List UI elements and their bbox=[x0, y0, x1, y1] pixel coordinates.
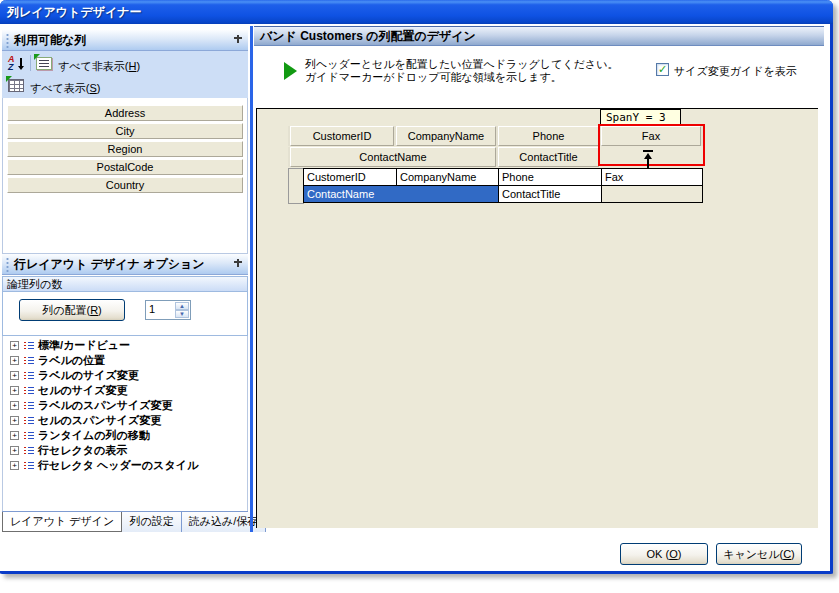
expand-plus-icon[interactable]: + bbox=[10, 356, 19, 365]
size-guide-checkbox[interactable]: ✓ bbox=[656, 63, 669, 76]
expand-plus-icon[interactable]: + bbox=[10, 371, 19, 380]
expand-plus-icon[interactable]: + bbox=[10, 461, 19, 470]
cancel-label-end: ) bbox=[791, 548, 795, 560]
tree-item-label: 標準/カードビュー bbox=[38, 338, 130, 353]
header-cell-phone[interactable]: Phone bbox=[498, 126, 599, 146]
tree-item[interactable]: + ラベルの位置 bbox=[10, 353, 247, 368]
tree-item[interactable]: + セルのスパンサイズ変更 bbox=[10, 413, 247, 428]
tree-list-icon bbox=[23, 386, 34, 396]
sort-arrow bbox=[20, 58, 22, 67]
hide-all-label: すべて非表示( bbox=[58, 60, 128, 72]
cell-empty[interactable] bbox=[601, 185, 703, 203]
dialog-window: 列レイアウトデザイナー 利用可能な列 A Z すべて非表示(H) すべて表示(S… bbox=[0, 0, 833, 574]
tree-item-label: ランタイムの列の移動 bbox=[38, 428, 150, 443]
ok-button[interactable]: OK (O) bbox=[620, 543, 708, 565]
cell-companyname[interactable]: CompanyName bbox=[396, 168, 499, 186]
row-selector[interactable] bbox=[288, 168, 304, 204]
cell-fax[interactable]: Fax bbox=[601, 168, 703, 186]
hide-all-label-end: ) bbox=[136, 60, 140, 72]
spinner-down-button[interactable]: ▼ bbox=[175, 310, 189, 318]
row-layout-options-title: 行レイアウト デザイナ オプション bbox=[14, 257, 205, 271]
spinner-up-button[interactable]: ▲ bbox=[175, 302, 189, 310]
cell-contacttitle[interactable]: ContactTitle bbox=[498, 185, 602, 203]
cancel-mnemonic: C bbox=[783, 548, 791, 560]
columns-toolbar: A Z すべて非表示(H) すべて表示(S) bbox=[2, 51, 248, 98]
ok-label-end: ) bbox=[678, 548, 682, 560]
tree-item[interactable]: + ラベルのサイズ変更 bbox=[10, 368, 247, 383]
tree-item-label: ラベルのスパンサイズ変更 bbox=[38, 398, 173, 413]
logical-columns-label: 論理列の数 bbox=[7, 278, 62, 290]
cell-customerid[interactable]: CustomerID bbox=[303, 168, 397, 186]
tree-item[interactable]: + セルのサイズ変更 bbox=[10, 383, 247, 398]
show-all-mnemonic: S bbox=[89, 82, 96, 94]
hide-all-icon[interactable] bbox=[36, 57, 52, 70]
options-tree: + 標準/カードビュー + ラベルの位置 + ラベルのサイズ変更 + セルのサイ… bbox=[2, 336, 248, 511]
available-column-item[interactable]: City bbox=[7, 123, 243, 139]
tree-item-label: セルのスパンサイズ変更 bbox=[38, 413, 161, 428]
expand-plus-icon[interactable]: + bbox=[10, 401, 19, 410]
expand-plus-icon[interactable]: + bbox=[10, 341, 19, 350]
expand-plus-icon[interactable]: + bbox=[10, 431, 19, 440]
arrange-label: 列の配置( bbox=[42, 304, 90, 316]
tree-list-icon bbox=[23, 341, 34, 351]
tree-list-icon bbox=[23, 356, 34, 366]
green-arrow-nub bbox=[6, 76, 12, 82]
instruction-line-2: ガイドマーカーがドロップ可能な領域を示します。 bbox=[305, 70, 562, 85]
logical-columns-spinner[interactable]: 1 ▲ ▼ bbox=[145, 300, 191, 320]
tree-item[interactable]: + 行セレクタ ヘッダーのスタイル bbox=[10, 458, 247, 473]
tab-layout-design[interactable]: レイアウト デザイン bbox=[2, 512, 122, 532]
header-cell-contactname[interactable]: ContactName bbox=[290, 147, 496, 167]
title-bar[interactable]: 列レイアウトデザイナー bbox=[0, 0, 833, 24]
cell-contactname-selected[interactable]: ContactName bbox=[303, 185, 499, 203]
tree-list-icon bbox=[23, 431, 34, 441]
size-guide-checkbox-label[interactable]: サイズ変更ガイドを表示 bbox=[674, 64, 797, 79]
sort-az-icon[interactable]: A Z bbox=[8, 56, 26, 72]
pin-icon[interactable] bbox=[233, 35, 242, 46]
tree-item[interactable]: + ラベルのスパンサイズ変更 bbox=[10, 398, 247, 413]
ok-label: OK ( bbox=[647, 548, 670, 560]
cell-phone[interactable]: Phone bbox=[498, 168, 602, 186]
green-arrow-nub bbox=[34, 54, 40, 60]
logical-columns-group-header: 論理列の数 bbox=[2, 276, 248, 292]
arrange-label-end: ) bbox=[98, 304, 102, 316]
available-columns-list: Address City Region PostalCode Country bbox=[2, 98, 248, 254]
left-panel-tab-strip: レイアウト デザイン 列の設定 読み込み/保存 bbox=[2, 511, 248, 532]
tree-list-icon bbox=[23, 371, 34, 381]
green-arrow-icon bbox=[284, 62, 297, 80]
tab-column-settings[interactable]: 列の設定 bbox=[122, 512, 181, 532]
cancel-button[interactable]: キャンセル(C) bbox=[716, 543, 802, 565]
show-all-icon[interactable] bbox=[8, 79, 24, 92]
window-title: 列レイアウトデザイナー bbox=[7, 5, 142, 19]
show-all-label: すべて表示( bbox=[30, 82, 89, 94]
sort-z-glyph: Z bbox=[8, 62, 14, 72]
show-all-button[interactable]: すべて表示(S) bbox=[30, 81, 100, 96]
available-columns-title: 利用可能な列 bbox=[14, 33, 86, 47]
tree-item[interactable]: + ランタイムの列の移動 bbox=[10, 428, 247, 443]
show-all-label-end: ) bbox=[97, 82, 101, 94]
expand-plus-icon[interactable]: + bbox=[10, 416, 19, 425]
tab-load-save[interactable]: 読み込み/保存 bbox=[182, 512, 267, 532]
tree-list-icon bbox=[23, 446, 34, 456]
expand-plus-icon[interactable]: + bbox=[10, 446, 19, 455]
tree-item-label: セルのサイズ変更 bbox=[38, 383, 128, 398]
expand-plus-icon[interactable]: + bbox=[10, 386, 19, 395]
header-cell-companyname[interactable]: CompanyName bbox=[396, 126, 496, 146]
dialog-client-area: 利用可能な列 A Z すべて非表示(H) すべて表示(S) Address Ci… bbox=[0, 24, 827, 571]
header-cell-customerid[interactable]: CustomerID bbox=[290, 126, 394, 146]
panel-divider bbox=[250, 26, 253, 532]
spinner-value: 1 bbox=[149, 303, 155, 315]
header-cell-contacttitle[interactable]: ContactTitle bbox=[498, 147, 599, 167]
available-column-item[interactable]: PostalCode bbox=[7, 159, 243, 175]
tree-item[interactable]: + 行セレクタの表示 bbox=[10, 443, 247, 458]
tree-item[interactable]: + 標準/カードビュー bbox=[10, 338, 247, 353]
arrange-columns-button[interactable]: 列の配置(R) bbox=[19, 299, 125, 321]
ok-mnemonic: O bbox=[669, 548, 678, 560]
band-design-header: バンド Customers の列配置のデザイン bbox=[254, 26, 824, 46]
available-column-item[interactable]: Address bbox=[7, 105, 243, 121]
pin-icon[interactable] bbox=[233, 259, 242, 270]
available-column-item[interactable]: Country bbox=[7, 177, 243, 193]
available-columns-panel-header: 利用可能な列 bbox=[2, 30, 248, 51]
hide-all-button[interactable]: すべて非表示(H) bbox=[58, 59, 140, 74]
tree-item-label: ラベルの位置 bbox=[38, 353, 105, 368]
available-column-item[interactable]: Region bbox=[7, 141, 243, 157]
